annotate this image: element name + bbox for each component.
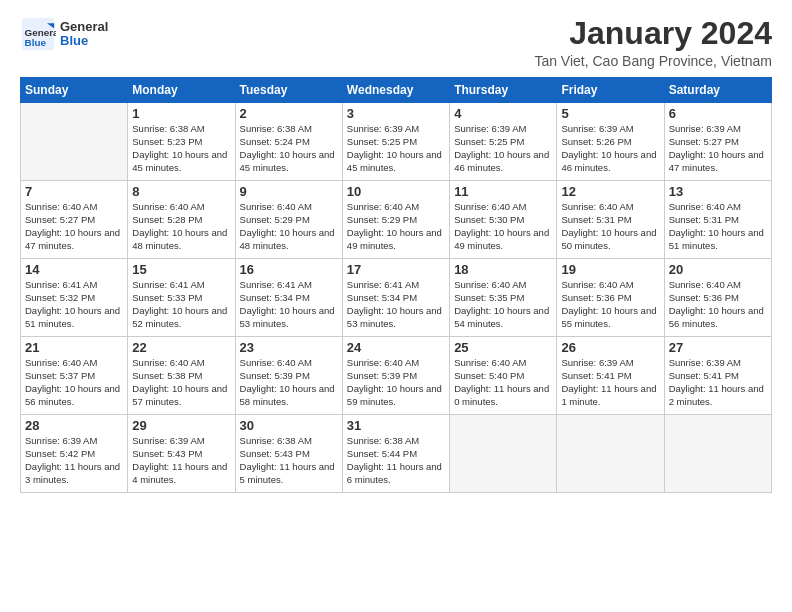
calendar-page: General Blue General Blue January 2024 T…	[0, 0, 792, 612]
week-row-1: 1Sunrise: 6:38 AMSunset: 5:23 PMDaylight…	[21, 103, 772, 181]
day-info: Sunrise: 6:41 AMSunset: 5:33 PMDaylight:…	[132, 279, 230, 330]
day-info: Sunrise: 6:39 AMSunset: 5:41 PMDaylight:…	[669, 357, 767, 408]
day-info: Sunrise: 6:41 AMSunset: 5:34 PMDaylight:…	[240, 279, 338, 330]
week-row-2: 7Sunrise: 6:40 AMSunset: 5:27 PMDaylight…	[21, 181, 772, 259]
day-cell: 1Sunrise: 6:38 AMSunset: 5:23 PMDaylight…	[128, 103, 235, 181]
day-cell: 17Sunrise: 6:41 AMSunset: 5:34 PMDayligh…	[342, 259, 449, 337]
day-number: 15	[132, 262, 230, 277]
title-block: January 2024 Tan Viet, Cao Bang Province…	[534, 16, 772, 69]
day-number: 18	[454, 262, 552, 277]
day-cell: 14Sunrise: 6:41 AMSunset: 5:32 PMDayligh…	[21, 259, 128, 337]
day-number: 19	[561, 262, 659, 277]
day-cell: 25Sunrise: 6:40 AMSunset: 5:40 PMDayligh…	[450, 337, 557, 415]
day-info: Sunrise: 6:40 AMSunset: 5:36 PMDaylight:…	[669, 279, 767, 330]
day-number: 27	[669, 340, 767, 355]
day-number: 2	[240, 106, 338, 121]
day-number: 6	[669, 106, 767, 121]
day-info: Sunrise: 6:39 AMSunset: 5:26 PMDaylight:…	[561, 123, 659, 174]
day-cell: 8Sunrise: 6:40 AMSunset: 5:28 PMDaylight…	[128, 181, 235, 259]
day-info: Sunrise: 6:39 AMSunset: 5:41 PMDaylight:…	[561, 357, 659, 408]
day-number: 23	[240, 340, 338, 355]
col-header-saturday: Saturday	[664, 78, 771, 103]
day-info: Sunrise: 6:38 AMSunset: 5:24 PMDaylight:…	[240, 123, 338, 174]
day-info: Sunrise: 6:39 AMSunset: 5:25 PMDaylight:…	[454, 123, 552, 174]
calendar-table: SundayMondayTuesdayWednesdayThursdayFrid…	[20, 77, 772, 493]
day-info: Sunrise: 6:40 AMSunset: 5:31 PMDaylight:…	[561, 201, 659, 252]
day-cell: 26Sunrise: 6:39 AMSunset: 5:41 PMDayligh…	[557, 337, 664, 415]
day-cell: 11Sunrise: 6:40 AMSunset: 5:30 PMDayligh…	[450, 181, 557, 259]
day-info: Sunrise: 6:40 AMSunset: 5:28 PMDaylight:…	[132, 201, 230, 252]
day-number: 12	[561, 184, 659, 199]
day-info: Sunrise: 6:41 AMSunset: 5:34 PMDaylight:…	[347, 279, 445, 330]
day-cell: 18Sunrise: 6:40 AMSunset: 5:35 PMDayligh…	[450, 259, 557, 337]
day-info: Sunrise: 6:40 AMSunset: 5:30 PMDaylight:…	[454, 201, 552, 252]
day-number: 13	[669, 184, 767, 199]
day-cell: 23Sunrise: 6:40 AMSunset: 5:39 PMDayligh…	[235, 337, 342, 415]
day-cell: 29Sunrise: 6:39 AMSunset: 5:43 PMDayligh…	[128, 415, 235, 493]
day-cell: 21Sunrise: 6:40 AMSunset: 5:37 PMDayligh…	[21, 337, 128, 415]
week-row-5: 28Sunrise: 6:39 AMSunset: 5:42 PMDayligh…	[21, 415, 772, 493]
day-number: 1	[132, 106, 230, 121]
day-cell: 24Sunrise: 6:40 AMSunset: 5:39 PMDayligh…	[342, 337, 449, 415]
day-info: Sunrise: 6:38 AMSunset: 5:43 PMDaylight:…	[240, 435, 338, 486]
day-info: Sunrise: 6:39 AMSunset: 5:27 PMDaylight:…	[669, 123, 767, 174]
day-number: 20	[669, 262, 767, 277]
day-info: Sunrise: 6:41 AMSunset: 5:32 PMDaylight:…	[25, 279, 123, 330]
day-info: Sunrise: 6:40 AMSunset: 5:39 PMDaylight:…	[347, 357, 445, 408]
day-info: Sunrise: 6:40 AMSunset: 5:36 PMDaylight:…	[561, 279, 659, 330]
day-cell: 7Sunrise: 6:40 AMSunset: 5:27 PMDaylight…	[21, 181, 128, 259]
day-number: 31	[347, 418, 445, 433]
day-number: 28	[25, 418, 123, 433]
week-row-3: 14Sunrise: 6:41 AMSunset: 5:32 PMDayligh…	[21, 259, 772, 337]
col-header-sunday: Sunday	[21, 78, 128, 103]
day-cell: 20Sunrise: 6:40 AMSunset: 5:36 PMDayligh…	[664, 259, 771, 337]
day-cell: 10Sunrise: 6:40 AMSunset: 5:29 PMDayligh…	[342, 181, 449, 259]
svg-text:Blue: Blue	[25, 37, 47, 48]
day-info: Sunrise: 6:40 AMSunset: 5:27 PMDaylight:…	[25, 201, 123, 252]
day-cell: 28Sunrise: 6:39 AMSunset: 5:42 PMDayligh…	[21, 415, 128, 493]
logo-icon: General Blue	[20, 16, 56, 52]
day-info: Sunrise: 6:40 AMSunset: 5:29 PMDaylight:…	[240, 201, 338, 252]
day-cell: 12Sunrise: 6:40 AMSunset: 5:31 PMDayligh…	[557, 181, 664, 259]
day-number: 10	[347, 184, 445, 199]
day-number: 17	[347, 262, 445, 277]
logo-text: General Blue	[60, 20, 108, 49]
col-header-thursday: Thursday	[450, 78, 557, 103]
day-number: 26	[561, 340, 659, 355]
day-cell	[664, 415, 771, 493]
day-cell: 22Sunrise: 6:40 AMSunset: 5:38 PMDayligh…	[128, 337, 235, 415]
day-number: 24	[347, 340, 445, 355]
day-info: Sunrise: 6:40 AMSunset: 5:31 PMDaylight:…	[669, 201, 767, 252]
day-info: Sunrise: 6:38 AMSunset: 5:44 PMDaylight:…	[347, 435, 445, 486]
day-cell: 5Sunrise: 6:39 AMSunset: 5:26 PMDaylight…	[557, 103, 664, 181]
day-cell: 16Sunrise: 6:41 AMSunset: 5:34 PMDayligh…	[235, 259, 342, 337]
day-info: Sunrise: 6:40 AMSunset: 5:39 PMDaylight:…	[240, 357, 338, 408]
day-info: Sunrise: 6:39 AMSunset: 5:42 PMDaylight:…	[25, 435, 123, 486]
month-title: January 2024	[534, 16, 772, 51]
day-cell: 30Sunrise: 6:38 AMSunset: 5:43 PMDayligh…	[235, 415, 342, 493]
day-info: Sunrise: 6:40 AMSunset: 5:35 PMDaylight:…	[454, 279, 552, 330]
day-info: Sunrise: 6:40 AMSunset: 5:37 PMDaylight:…	[25, 357, 123, 408]
day-cell	[450, 415, 557, 493]
day-number: 7	[25, 184, 123, 199]
day-cell: 27Sunrise: 6:39 AMSunset: 5:41 PMDayligh…	[664, 337, 771, 415]
day-number: 3	[347, 106, 445, 121]
day-cell: 31Sunrise: 6:38 AMSunset: 5:44 PMDayligh…	[342, 415, 449, 493]
day-info: Sunrise: 6:40 AMSunset: 5:29 PMDaylight:…	[347, 201, 445, 252]
day-number: 21	[25, 340, 123, 355]
day-info: Sunrise: 6:38 AMSunset: 5:23 PMDaylight:…	[132, 123, 230, 174]
day-cell: 15Sunrise: 6:41 AMSunset: 5:33 PMDayligh…	[128, 259, 235, 337]
day-cell: 6Sunrise: 6:39 AMSunset: 5:27 PMDaylight…	[664, 103, 771, 181]
week-row-4: 21Sunrise: 6:40 AMSunset: 5:37 PMDayligh…	[21, 337, 772, 415]
day-cell: 3Sunrise: 6:39 AMSunset: 5:25 PMDaylight…	[342, 103, 449, 181]
day-info: Sunrise: 6:40 AMSunset: 5:40 PMDaylight:…	[454, 357, 552, 408]
col-header-wednesday: Wednesday	[342, 78, 449, 103]
day-info: Sunrise: 6:40 AMSunset: 5:38 PMDaylight:…	[132, 357, 230, 408]
day-info: Sunrise: 6:39 AMSunset: 5:43 PMDaylight:…	[132, 435, 230, 486]
day-cell: 19Sunrise: 6:40 AMSunset: 5:36 PMDayligh…	[557, 259, 664, 337]
day-number: 4	[454, 106, 552, 121]
day-cell: 4Sunrise: 6:39 AMSunset: 5:25 PMDaylight…	[450, 103, 557, 181]
day-number: 11	[454, 184, 552, 199]
day-cell: 13Sunrise: 6:40 AMSunset: 5:31 PMDayligh…	[664, 181, 771, 259]
day-info: Sunrise: 6:39 AMSunset: 5:25 PMDaylight:…	[347, 123, 445, 174]
